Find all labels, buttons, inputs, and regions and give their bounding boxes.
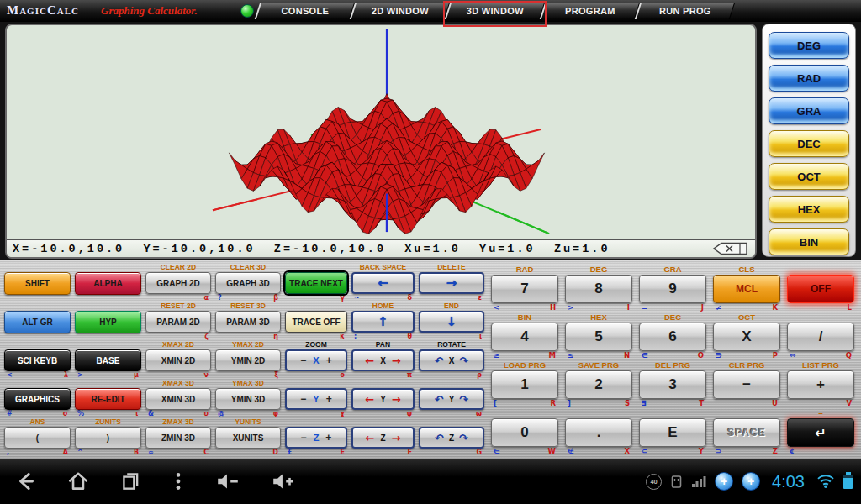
key-graph-3d[interactable]: GRAPH 3D [215,272,281,294]
key-5[interactable]: 5 [565,323,632,351]
key-backspace[interactable]: ← [351,272,415,294]
plot-area[interactable] [7,25,755,239]
key-shift-symbol: ¢ [790,447,795,455]
tab-run-prog[interactable]: RUN PROG [635,3,735,19]
key-shift[interactable]: SHIFT [4,272,71,295]
key-sub-labels: ≤N [564,351,633,360]
key-mcl[interactable]: MCL [713,275,780,303]
key-zmin-3d[interactable]: ZMIN 3D [145,427,211,449]
key-delete[interactable]: → [419,272,484,294]
key-exponent[interactable]: E [639,418,706,447]
key-8[interactable]: 8 [565,275,632,303]
key-sub-labels: ζ [145,333,212,340]
key-multiply[interactable]: X [713,323,780,351]
key-xmin-2d[interactable]: XMIN 2D [145,349,211,371]
overlay-plus-icon-2[interactable] [742,472,760,491]
key-decimal-point[interactable]: . [565,418,632,447]
key-alt-gr[interactable]: ALT GR [4,311,71,333]
key-sub-labels [3,333,71,340]
key-xunits[interactable]: XUNITS [215,427,281,449]
key-rotate-x[interactable]: ↶X↷ [419,349,484,371]
key-zoom-z[interactable]: −Z+ [285,427,347,449]
key-sub-labels [3,295,71,302]
key-close-paren[interactable]: ) [75,427,141,449]
key-off[interactable]: OFF [787,275,854,303]
mode-button-deg[interactable]: DEG [769,32,849,59]
key-graph-2d[interactable]: GRAPH 2D [145,272,211,294]
key-7[interactable]: 7 [491,275,558,303]
key-divide[interactable]: / [787,323,854,351]
key-cell: ANS(,A [3,417,71,456]
key-sci-keyb[interactable]: SCI KEYB [4,349,71,371]
mode-button-rad[interactable]: RAD [769,65,849,92]
recents-button[interactable] [119,470,141,492]
key-0[interactable]: 0 [491,418,558,447]
key-alpha-letter: J [701,303,704,312]
key-plus[interactable]: + [787,370,854,399]
cls-key-label: CLS [712,264,781,275]
key-base[interactable]: BASE [75,349,141,371]
key-1[interactable]: 1 [491,370,558,399]
overlay-plus-icon[interactable] [715,472,733,491]
key-re-edit[interactable]: RE-EDIT [75,388,141,410]
mode-button-hex[interactable]: HEX [769,196,849,223]
key-alpha-letter: K [772,303,778,312]
key-ymin-2d[interactable]: YMIN 2D [215,349,281,371]
key-alpha[interactable]: ALPHA [75,272,141,295]
key-cell: YUNITSXUNITSD [214,417,282,456]
key-param-3d[interactable]: PARAM 3D [215,311,281,333]
mode-button-oct[interactable]: OCT [769,163,849,190]
key-space[interactable]: SPACE [713,418,780,447]
key-zoom-x[interactable]: −X+ [285,349,347,371]
key-3[interactable]: 3 [639,370,706,399]
volume-up-button[interactable] [271,470,296,492]
mode-button-bin[interactable]: BIN [769,228,849,255]
key-trace-next[interactable]: TRACE NEXT [285,272,347,294]
key-glyph-left: ← [366,432,375,444]
tab-2d-window[interactable]: 2D WINDOW [350,3,450,19]
tab-console[interactable]: CONSOLE [255,3,355,19]
back-icon [15,470,37,492]
key-pan-x[interactable]: ←X→ [351,349,415,371]
tab-program[interactable]: PROGRAM [540,3,640,19]
3d-plot[interactable] [7,25,755,239]
key-graphics[interactable]: GRAPHICS [4,388,71,410]
key-param-2d[interactable]: PARAM 2D [145,311,211,333]
key-9[interactable]: 9 [639,275,706,303]
key-rotate-z[interactable]: ↶Z↷ [419,427,484,449]
key-4[interactable]: 4 [491,323,558,351]
key-pan-z[interactable]: ←Z→ [351,427,415,449]
tab-3d-window[interactable]: 3D WINDOW [445,3,545,19]
key-enter[interactable]: ↵ [787,418,854,447]
status-backspace-icon[interactable] [712,242,749,255]
home-button[interactable] [67,470,89,492]
key-end[interactable]: ↓ [419,311,484,333]
key-minus[interactable]: − [713,370,780,399]
load-prg-key-label: LOAD PRG [490,360,559,370]
key-sub-labels: >μ [74,371,142,379]
key-open-paren[interactable]: ( [4,427,71,449]
mode-button-dec[interactable]: DEC [769,130,849,157]
reset-2d-key-label: RESET 2D [145,302,212,311]
ymax-3d-key-label: YMAX 3D [214,379,282,388]
key-pan-y[interactable]: ←Y→ [351,388,415,410]
key-zoom-y[interactable]: −Y+ [285,388,347,410]
key-6[interactable]: 6 [639,323,706,351]
rad-key-label: RAD [490,264,559,275]
key-rotate-y[interactable]: ↶Y↷ [419,388,484,410]
back-button[interactable] [15,470,37,492]
key-ymin-3d[interactable]: YMIN 3D [215,388,281,410]
key-label-spacer [74,379,142,388]
key-trace-off[interactable]: TRACE OFF [285,311,347,333]
key-sub-labels: ο [284,371,348,379]
key-label-spacer [284,302,348,311]
menu-button[interactable] [172,470,185,492]
mode-button-gra[interactable]: GRA [769,97,849,124]
key-xmin-3d[interactable]: XMIN 3D [145,388,211,410]
volume-down-button[interactable] [215,470,240,492]
key-alpha-letter: E [341,449,345,456]
key-label-spacer [3,302,71,311]
key-home[interactable]: ↑ [351,311,415,333]
key-hyp[interactable]: HYP [75,311,141,333]
key-2[interactable]: 2 [565,370,632,399]
